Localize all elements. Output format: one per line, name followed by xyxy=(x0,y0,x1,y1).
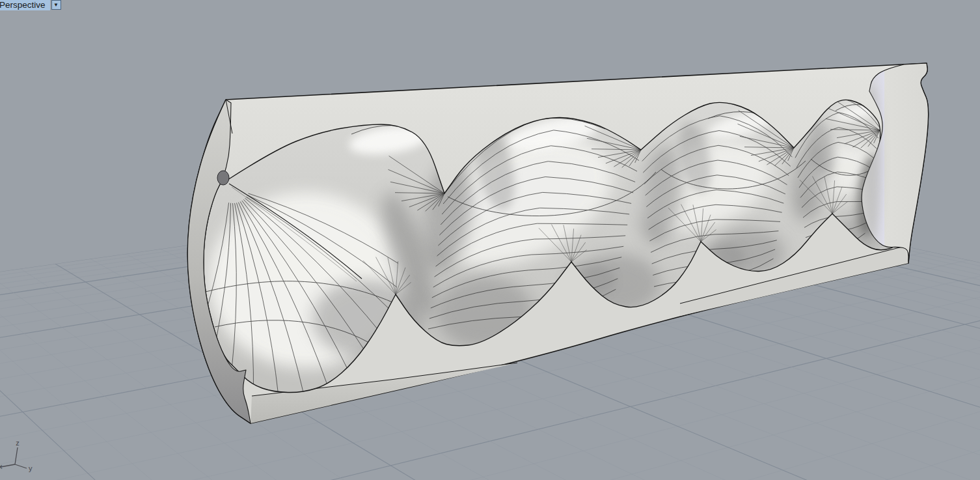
viewport[interactable]: z x y Perspective ▼ xyxy=(0,0,980,480)
axis-y-label: y xyxy=(29,464,33,472)
viewport-title[interactable]: Perspective xyxy=(0,0,50,10)
viewport-canvas[interactable]: z x y xyxy=(0,0,980,480)
axis-z-label: z xyxy=(16,439,20,447)
axis-x-label: x xyxy=(0,462,3,470)
viewport-title-bar: Perspective ▼ xyxy=(0,0,61,10)
chevron-down-icon[interactable]: ▼ xyxy=(51,0,61,10)
